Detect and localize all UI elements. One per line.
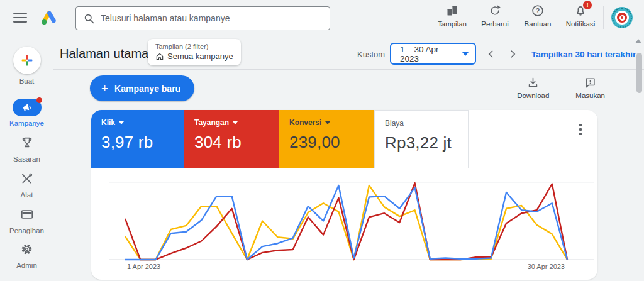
- feedback-button[interactable]: Masukan: [575, 77, 605, 99]
- metric-value-konversi: 239,00: [289, 133, 364, 152]
- chevron-down-icon: [462, 52, 469, 56]
- performance-line-chart[interactable]: [91, 176, 597, 270]
- appearance-icon: [445, 4, 459, 18]
- metric-value-biaya: Rp3,22 jt: [385, 133, 458, 153]
- notifications-button[interactable]: ! Notifikasi: [562, 4, 599, 28]
- filter-chip-subtitle: Tampilan (2 filter): [155, 43, 233, 50]
- tools-icon: [20, 172, 33, 188]
- scrollbar-up-arrow[interactable]: [635, 39, 641, 43]
- refresh-button[interactable]: Perbarui: [477, 4, 513, 28]
- notification-badge: !: [583, 1, 592, 9]
- metric-card-biaya[interactable]: Biaya Rp3,22 jt: [374, 110, 469, 168]
- home-icon: [155, 52, 164, 61]
- metric-card-klik[interactable]: Klik 3,97 rb: [91, 110, 184, 168]
- feedback-icon: [584, 77, 596, 89]
- metric-card-tayangan[interactable]: Tayangan 304 rb: [184, 110, 279, 168]
- chevron-down-icon: [325, 121, 330, 124]
- chevron-down-icon: [119, 121, 124, 124]
- metric-value-klik: 3,97 rb: [101, 133, 174, 152]
- bell-icon: !: [574, 4, 587, 18]
- campaigns-alert-dot: [36, 97, 42, 103]
- filter-chip-title: Semua kampanye: [167, 52, 233, 61]
- date-range-value: 1 – 30 Apr 2023: [400, 45, 457, 63]
- sidebar-item-alat[interactable]: Alat: [0, 172, 53, 199]
- show-last-30-days-link[interactable]: Tampilkan 30 hari terakhir: [531, 50, 636, 59]
- search-bar[interactable]: [75, 6, 330, 30]
- billing-card-icon: [20, 207, 34, 224]
- page-title: Halaman utama: [60, 47, 148, 61]
- next-period-button[interactable]: [506, 47, 519, 61]
- date-range-dropdown[interactable]: 1 – 30 Apr 2023: [390, 43, 476, 65]
- chevron-down-icon: [233, 121, 238, 124]
- topbar-divider: [603, 6, 604, 29]
- vertical-scrollbar[interactable]: [636, 53, 642, 93]
- download-icon: [527, 77, 539, 89]
- svg-text:?: ?: [536, 7, 540, 14]
- previous-period-button[interactable]: [484, 47, 498, 61]
- top-bar: Tampilan Perbarui ? Bantuan ! Notifikasi: [0, 0, 644, 35]
- sidebar-item-penagihan[interactable]: Penagihan: [0, 207, 53, 234]
- date-preset-label: Kustom: [357, 50, 385, 59]
- help-button[interactable]: ? Bantuan: [519, 4, 556, 28]
- campaign-filter-chip[interactable]: Tampilan (2 filter) Semua kampanye: [148, 39, 241, 65]
- help-icon: ?: [531, 4, 545, 18]
- sidebar: Buat Kampanye Sasaran Alat: [0, 35, 53, 281]
- card-overflow-menu-button[interactable]: [575, 123, 586, 136]
- sidebar-item-sasaran[interactable]: Sasaran: [0, 136, 53, 163]
- overview-chart-card: Klik 3,97 rb Tayangan 304 rb Konversi 23…: [91, 110, 597, 280]
- account-avatar[interactable]: [611, 7, 633, 28]
- sidebar-item-buat[interactable]: Buat: [0, 47, 53, 85]
- menu-icon[interactable]: [13, 13, 27, 23]
- metric-value-tayangan: 304 rb: [194, 133, 269, 152]
- x-axis-start-label: 1 Apr 2023: [127, 263, 160, 270]
- goals-trophy-icon: [20, 136, 34, 152]
- create-plus-icon: [13, 47, 41, 74]
- metric-card-konversi[interactable]: Konversi 239,00: [279, 110, 374, 168]
- search-icon: [84, 13, 94, 24]
- admin-gear-icon: [20, 243, 33, 258]
- google-ads-logo-icon[interactable]: [39, 8, 58, 27]
- download-button[interactable]: Download: [517, 77, 549, 99]
- appearance-button[interactable]: Tampilan: [434, 4, 470, 28]
- plus-icon: +: [101, 82, 108, 94]
- new-campaign-button[interactable]: + Kampanye baru: [90, 75, 194, 101]
- x-axis-end-label: 30 Apr 2023: [528, 263, 565, 270]
- refresh-icon: [488, 4, 502, 18]
- sidebar-item-admin[interactable]: Admin: [0, 243, 53, 269]
- sidebar-item-kampanye[interactable]: Kampanye: [0, 99, 53, 127]
- chart-line-klik: [125, 185, 567, 260]
- search-input[interactable]: [101, 13, 322, 23]
- header-divider: [53, 69, 644, 70]
- campaigns-megaphone-icon: [13, 99, 42, 116]
